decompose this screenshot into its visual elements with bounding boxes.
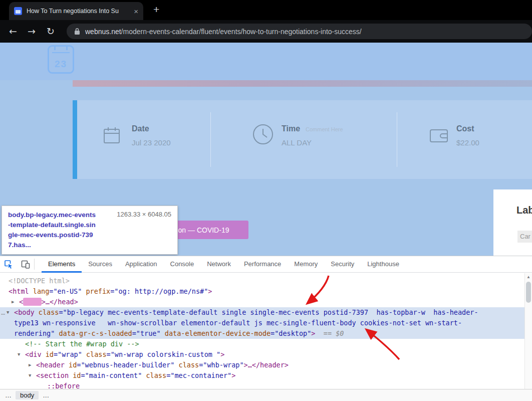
url-text: webnus.net/modern-events-calendar/fluent… [85, 28, 362, 36]
site-header: 23 [0, 43, 532, 80]
device-toolbar-button[interactable] [17, 256, 34, 272]
expand-arrow-icon[interactable]: ▶ [12, 297, 14, 307]
dom-row[interactable]: <!-- Start the #wrap div --> [0, 339, 524, 349]
toolbar-separator [34, 259, 35, 270]
devtools-tabs: ElementsSourcesApplicationConsoleNetwork… [42, 256, 406, 273]
tooltip-selector-line: -template-default.single.sin [8, 220, 171, 230]
forward-button[interactable]: → [28, 26, 36, 37]
browser-toolbar: ← → ↻ webnus.net/modern-events-calendar/… [0, 20, 532, 43]
devtools-tab-memory[interactable]: Memory [288, 256, 324, 273]
lock-icon [74, 28, 80, 35]
overflow-ellipsis: … [1, 307, 5, 318]
hero-image-strip [73, 80, 532, 87]
sidebar-heading: Lab [516, 205, 532, 216]
sidebar-panel: Lab Car [493, 189, 532, 256]
time-note: Comment Here [306, 126, 343, 132]
date-value: Jul 23 2020 [132, 138, 171, 147]
tooltip-selector-line: 7.has... [8, 240, 171, 250]
expand-arrow-icon[interactable]: ▶ [29, 360, 31, 370]
collapse-arrow-icon[interactable]: ▼ [7, 307, 9, 318]
site-logo-icon[interactable]: 23 [48, 45, 74, 74]
tab-favicon-icon [14, 7, 22, 15]
devtools-breadcrumbs: … body … [0, 389, 532, 401]
collapse-arrow-icon[interactable]: ▼ [18, 349, 20, 360]
devtools-tab-network[interactable]: Network [200, 256, 237, 273]
divider [397, 112, 397, 167]
sidebar-chip[interactable]: Car [517, 231, 532, 243]
new-tab-button[interactable]: + [153, 4, 159, 16]
breadcrumb-ellipsis[interactable]: … [43, 391, 49, 399]
divider [210, 112, 211, 167]
breadcrumb-node-body[interactable]: body [16, 391, 39, 399]
cost-label: Cost [456, 124, 474, 133]
back-button[interactable]: ← [9, 26, 17, 37]
tab-close-icon[interactable]: × [134, 7, 138, 16]
scroll-up-icon[interactable]: ▲ [525, 275, 532, 279]
browser-tab[interactable]: How To Turn negotiations Into Su × [9, 2, 143, 20]
event-details-bar: Date Jul 23 2020 Time Comment Here ALL D… [73, 100, 532, 179]
url-domain: webnus.net [85, 28, 121, 36]
scrollbar-thumb[interactable] [526, 282, 531, 303]
reload-button[interactable]: ↻ [47, 26, 55, 37]
clock-icon [252, 123, 274, 145]
devtools-tab-performance[interactable]: Performance [237, 256, 288, 273]
cost-value: $22.00 [456, 138, 479, 147]
tab-title: How To Turn negotiations Into Su [27, 8, 129, 15]
devtools-tab-application[interactable]: Application [119, 256, 164, 273]
devtools-tab-sources[interactable]: Sources [82, 256, 119, 273]
browser-window: How To Turn negotiations Into Su × + ← →… [0, 0, 532, 401]
dom-row[interactable]: ▶<header id="webnus-header-builder" clas… [0, 360, 524, 370]
breadcrumb-ellipsis[interactable]: … [5, 391, 12, 399]
calendar-icon [103, 126, 121, 144]
tab-strip: How To Turn negotiations Into Su × + [0, 0, 532, 20]
devtools-tab-console[interactable]: Console [164, 256, 201, 273]
devtools-tab-elements[interactable]: Elements [42, 256, 82, 273]
scrollbar[interactable]: ▲ [524, 273, 532, 389]
time-value: ALL DAY [282, 138, 312, 147]
page-viewport: 23 Date Jul 23 2020 Time Comment Here AL… [0, 43, 532, 256]
logo-number: 23 [49, 59, 73, 70]
dom-row[interactable]: ▼…<body class="bp-legacy mec-events-temp… [0, 307, 524, 318]
dom-row[interactable]: <!DOCTYPE html> [0, 276, 524, 286]
accent-stripe [73, 100, 77, 179]
tooltip-selector-line: gle-mec-events.postid-739 [8, 230, 171, 240]
dom-row[interactable]: rendering" data-gr-c-s-loaded="true" dat… [0, 328, 524, 339]
date-label: Date [132, 124, 149, 133]
devtools-toolbar: ElementsSourcesApplicationConsoleNetwork… [0, 256, 532, 273]
dom-row[interactable]: ▼<section id="main-content" class="mec-c… [0, 370, 524, 381]
dom-row[interactable]: type13 wn-responsive wn-show-scrollbar e… [0, 318, 524, 328]
address-bar[interactable]: webnus.net/modern-events-calendar/fluent… [67, 24, 532, 39]
collapse-arrow-icon[interactable]: ▼ [29, 370, 31, 381]
devtools-panel: ElementsSourcesApplicationConsoleNetwork… [0, 256, 532, 401]
wallet-icon [429, 127, 448, 143]
dom-row[interactable]: ▼<div id="wrap" class="wn-wrap colorskin… [0, 349, 524, 360]
tooltip-dimensions: 1263.33 × 6048.05 [117, 211, 171, 218]
url-path: /modern-events-calendar/fluent/events/ho… [121, 28, 362, 36]
dom-row[interactable]: ::before [0, 381, 524, 389]
time-label: Time [282, 124, 300, 133]
devtools-tab-lighthouse[interactable]: Lighthouse [361, 256, 406, 273]
dom-tree: <!DOCTYPE html><html lang="en-US" prefix… [0, 273, 524, 389]
inspect-tooltip: body.bp-legacy.mec-events-template-defau… [2, 206, 178, 255]
devtools-tab-security[interactable]: Security [324, 256, 361, 273]
inspect-element-button[interactable] [0, 256, 17, 272]
dom-row[interactable]: ▶<head>…</head> [0, 297, 524, 307]
dom-row[interactable]: <html lang="en-US" prefix="og: http://og… [0, 286, 524, 297]
